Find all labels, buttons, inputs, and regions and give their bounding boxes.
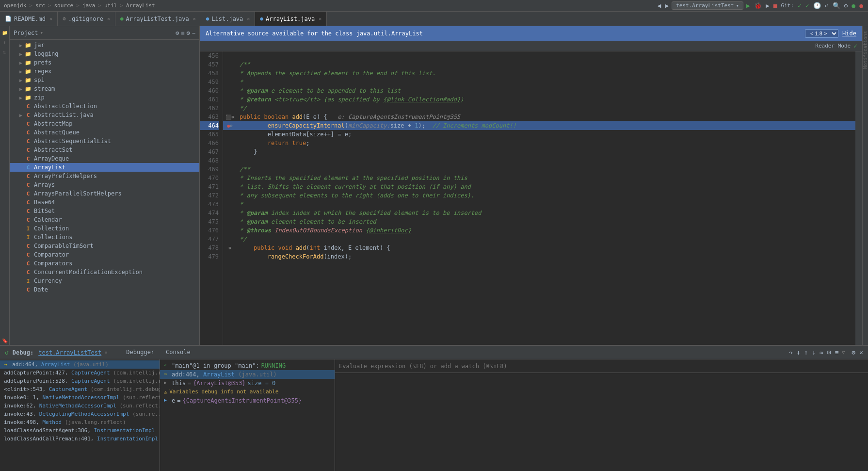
project-minus-icon[interactable]: − bbox=[192, 30, 195, 36]
reader-mode-check[interactable]: ✓ bbox=[853, 42, 857, 49]
tree-item-arrays[interactable]: C Arrays bbox=[10, 180, 199, 189]
debug-rerun-icon[interactable]: ↺ bbox=[4, 349, 10, 356]
tree-item-concurrentmodificationexception[interactable]: C ConcurrentModificationException bbox=[10, 268, 199, 276]
debug-settings-icon[interactable]: ⚙ bbox=[851, 349, 856, 356]
label-comparators: Comparators bbox=[34, 260, 72, 267]
git-undo[interactable]: ↩ bbox=[824, 2, 830, 9]
debug-close-panel-icon[interactable]: ✕ bbox=[858, 349, 864, 356]
tree-item-spi[interactable]: ▶ 📁 spi bbox=[10, 76, 199, 84]
tree-item-collection[interactable]: I Collection bbox=[10, 224, 199, 233]
project-view-icon[interactable]: 📁 bbox=[0, 28, 9, 37]
toolbar-back-icon[interactable]: ◀ bbox=[657, 2, 662, 9]
debug-step-over-icon[interactable]: ↷ bbox=[788, 349, 794, 356]
debug-run-to-cursor-icon[interactable]: ⇣ bbox=[811, 349, 817, 356]
var-e[interactable]: ▶ e = {CaptureAgent$InstrumentPoint@355} bbox=[160, 396, 335, 405]
tree-item-comparators[interactable]: C Comparators bbox=[10, 259, 199, 268]
var-e-expand-icon[interactable]: ▶ bbox=[164, 397, 170, 403]
tab-console[interactable]: Console bbox=[160, 347, 196, 358]
tab-arraylisttest[interactable]: ● ArrayListTest.java ✕ bbox=[115, 12, 201, 26]
tree-item-comparabletimsort[interactable]: C ComparableTimSort bbox=[10, 242, 199, 250]
tree-item-calendar[interactable]: C Calendar bbox=[10, 215, 199, 224]
git-check1[interactable]: ✓ bbox=[797, 2, 803, 9]
tree-item-abstractmap[interactable]: C AbstractMap bbox=[10, 119, 199, 128]
tab-list[interactable]: ● List.java ✕ bbox=[201, 12, 256, 26]
debug-threads-icon[interactable]: ≡ bbox=[834, 349, 840, 356]
tree-item-zip[interactable]: ▶ 📁 zip bbox=[10, 93, 199, 102]
tree-item-abstractcollection[interactable]: C AbstractCollection bbox=[10, 102, 199, 111]
tree-item-comparator[interactable]: C Comparator bbox=[10, 250, 199, 259]
tree-item-regex[interactable]: ▶ 📁 regex bbox=[10, 67, 199, 76]
debug-session-close[interactable]: ✕ bbox=[104, 349, 108, 356]
tree-item-currency[interactable]: I Currency bbox=[10, 276, 199, 285]
code-area: 456 457 458 459 460 461 462 463 464 465 … bbox=[200, 51, 862, 345]
tab-readme-close[interactable]: ✕ bbox=[49, 16, 52, 21]
tree-item-abstractset[interactable]: C AbstractSet bbox=[10, 146, 199, 154]
code-editor[interactable]: /** * Appends the specified element to t… bbox=[237, 51, 855, 345]
frame-item-1[interactable]: addCapturePoint:427, CaptureAgent (com.i… bbox=[0, 369, 160, 377]
run-config-selector[interactable]: test.ArrayListTest ▾ bbox=[672, 1, 743, 10]
stop-button[interactable]: ■ bbox=[772, 2, 778, 9]
project-header-icons: ⚙ ≡ ⚙ − bbox=[176, 30, 195, 36]
frame-item-2[interactable]: addCapturePoint:528, CaptureAgent (com.i… bbox=[0, 377, 160, 385]
tree-item-arraylist[interactable]: C ArrayList bbox=[10, 163, 199, 172]
tree-item-arraydeque[interactable]: C ArrayDeque bbox=[10, 154, 199, 163]
line-474: * @param index index at which the specif… bbox=[237, 209, 855, 217]
tree-item-collections[interactable]: I Collections bbox=[10, 233, 199, 242]
frame-item-0[interactable]: ⇒ add:464, ArrayList (java.util) bbox=[0, 360, 160, 369]
debug-frames-icon[interactable]: ⊡ bbox=[826, 349, 832, 356]
frame-item-3[interactable]: <clinit>:543, CaptureAgent (com.intellij… bbox=[0, 385, 160, 393]
project-gear-icon[interactable]: ⚙ bbox=[187, 30, 190, 36]
tab-gitignore[interactable]: ⚙ .gitignore ✕ bbox=[58, 12, 115, 26]
git-clock[interactable]: 🕐 bbox=[812, 2, 822, 9]
var-frame-selected[interactable]: ⇒ add:464, ArrayList (java.util) bbox=[160, 370, 335, 379]
filter-icon[interactable]: ▽ bbox=[842, 349, 845, 356]
tab-arraylist-close[interactable]: ✕ bbox=[319, 16, 321, 21]
tab-readme[interactable]: 📄 README.md ✕ bbox=[0, 12, 58, 26]
tree-item-arrayprefixhelpers[interactable]: C ArrayPrefixHelpers bbox=[10, 172, 199, 180]
var-this[interactable]: ▶ this = {ArrayList@353} size = 0 bbox=[160, 379, 335, 388]
project-collapse-icon[interactable]: ≡ bbox=[181, 30, 184, 36]
tree-item-prefs[interactable]: ▶ 📁 prefs bbox=[10, 58, 199, 67]
hide-button[interactable]: Hide bbox=[842, 30, 856, 37]
frame-item-4[interactable]: invoke0:-1, NativeMethodAccessorImpl (su… bbox=[0, 393, 160, 402]
tree-item-abstractlist[interactable]: ▶ C AbstractList.java bbox=[10, 111, 199, 119]
frame-item-5[interactable]: invoke:62, NativeMethodAccessorImpl (sun… bbox=[0, 402, 160, 410]
version-selector[interactable]: < 1.8 > bbox=[805, 29, 838, 38]
frame-item-8[interactable]: loadClassAndStartAgent:386, Instrumentat… bbox=[0, 426, 160, 435]
tree-item-logging[interactable]: ▶ 📁 logging bbox=[10, 49, 199, 58]
project-settings-icon[interactable]: ⚙ bbox=[176, 30, 179, 36]
frame-item-7[interactable]: invoke:498, Method (java.lang.reflect) bbox=[0, 418, 160, 426]
tab-debugger[interactable]: Debugger bbox=[120, 347, 160, 358]
tree-item-jar[interactable]: ▶ 📁 jar bbox=[10, 41, 199, 49]
tree-item-abstractqueue[interactable]: C AbstractQueue bbox=[10, 128, 199, 137]
run-button[interactable]: ▶ bbox=[745, 2, 751, 9]
pull-requests-icon[interactable]: ⇅ bbox=[0, 48, 9, 56]
tree-item-abstractsequentiallist[interactable]: C AbstractSequentialList bbox=[10, 137, 199, 146]
git-check2[interactable]: ✓ bbox=[804, 2, 810, 9]
tab-gitignore-close[interactable]: ✕ bbox=[107, 16, 110, 21]
watches-input-field[interactable] bbox=[339, 363, 864, 370]
bookmarks-icon[interactable]: 🔖 bbox=[0, 336, 9, 345]
debug-step-into-icon[interactable]: ↓ bbox=[796, 349, 802, 356]
tree-item-base64[interactable]: C Base64 bbox=[10, 198, 199, 207]
tree-item-date[interactable]: C Date bbox=[10, 285, 199, 294]
coverage-button[interactable]: ▶ bbox=[765, 2, 771, 9]
tab-list-close[interactable]: ✕ bbox=[247, 16, 250, 21]
debug-evaluate-icon[interactable]: ≈ bbox=[819, 349, 824, 356]
frame-item-9[interactable]: loadClassAndCallPremain:401, Instrumenta… bbox=[0, 435, 160, 443]
tab-arraylisttest-close[interactable]: ✕ bbox=[193, 16, 196, 21]
tab-arraylist[interactable]: ● ArrayList.java ✕ bbox=[255, 12, 327, 26]
toolbar-forward-icon[interactable]: ▶ bbox=[664, 2, 670, 9]
debug-run-button[interactable]: 🐞 bbox=[753, 2, 763, 9]
tree-item-arraysparallelsortheelpers[interactable]: C ArraysParallelSortHelpers bbox=[10, 189, 199, 198]
tree-item-stream[interactable]: ▶ 📁 stream bbox=[10, 84, 199, 93]
debug-session-name[interactable]: test.ArrayListTest bbox=[38, 349, 101, 356]
var-this-expand-icon[interactable]: ▶ bbox=[164, 380, 170, 385]
debug-step-out-icon[interactable]: ↑ bbox=[804, 349, 809, 356]
search-everywhere-icon[interactable]: 🔍 bbox=[832, 2, 841, 9]
commit-icon[interactable]: ⬆ bbox=[0, 38, 9, 47]
line-469: /** bbox=[237, 165, 855, 174]
frame-item-6[interactable]: invoke:43, DelegatingMethodAccessorImpl … bbox=[0, 410, 160, 418]
tree-item-bitset[interactable]: C BitSet bbox=[10, 207, 199, 215]
settings-icon[interactable]: ⚙ bbox=[843, 2, 849, 9]
